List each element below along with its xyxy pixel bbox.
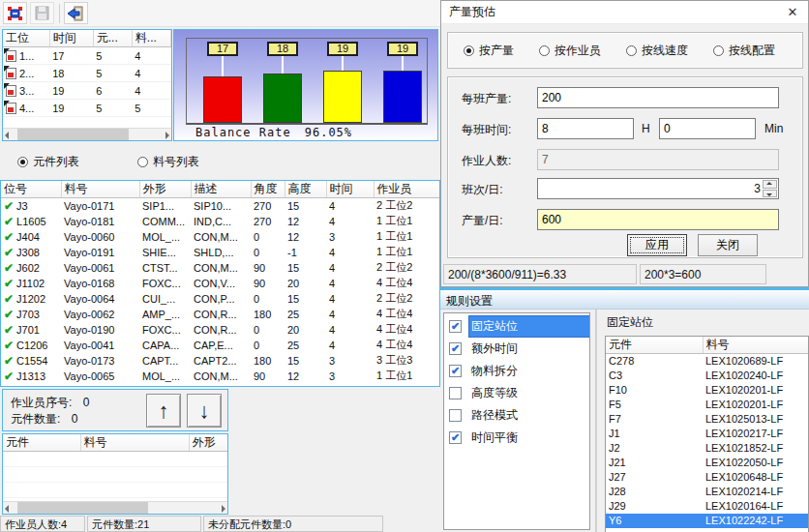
mode-radio-3[interactable]: 按线配置 xyxy=(713,43,775,59)
column-header[interactable]: 高度 xyxy=(285,181,326,198)
column-header[interactable]: 料号 xyxy=(61,181,139,198)
fixed-station-panel: 元件料号C278LEX1020689-LFC3LEX1020240-LFF10L… xyxy=(605,336,809,532)
rule-item-1[interactable]: ✔额外时间 xyxy=(444,338,589,360)
component-row[interactable]: ✔J404Vayo-0060MOL_...CON,M...01231 工位1 xyxy=(1,229,440,245)
radio-icon xyxy=(137,157,148,167)
hours-input[interactable] xyxy=(537,118,634,139)
checkbox-icon[interactable]: ✔ xyxy=(449,431,462,444)
move-down-button[interactable]: ↓ xyxy=(187,394,222,428)
column-header[interactable]: 描述 xyxy=(191,181,251,198)
component-row[interactable]: ✔J703Vayo-0062AMP_...CON,R...1802544 工位4 xyxy=(1,307,440,322)
component-row[interactable]: ✔J1202Vayo-0064CUI_...CON,P...01542 工位2 xyxy=(1,291,440,307)
component-row[interactable]: ✔J308Vayo-0191SHIE...SHLD,...0-141 工位1 xyxy=(1,245,440,260)
station-row[interactable]: 2...1854 xyxy=(3,65,171,82)
exit-button[interactable] xyxy=(64,2,88,24)
component-row[interactable]: ✔C1554Vayo-0173CAPT...CAPT2...1801533 工位… xyxy=(1,353,440,369)
column-header[interactable]: 元件 xyxy=(606,337,703,354)
station-row[interactable]: 4...1955 xyxy=(3,100,171,117)
column-header[interactable]: 外形 xyxy=(189,434,228,452)
chart-frame: 17181919 xyxy=(186,38,428,125)
scroll-right-icon[interactable] xyxy=(214,502,227,514)
radio-label: 料号列表 xyxy=(153,154,199,170)
spinner-down-icon[interactable] xyxy=(763,190,777,198)
scroll-left-icon[interactable] xyxy=(3,502,16,514)
line-balance-button[interactable] xyxy=(3,2,27,24)
column-header[interactable]: 作业员 xyxy=(374,181,440,198)
scroll-thumb[interactable] xyxy=(17,502,148,514)
checkbox-icon[interactable]: ✔ xyxy=(449,320,462,333)
arrow-up-icon: ↑ xyxy=(159,399,169,423)
column-header[interactable]: 料... xyxy=(132,30,170,47)
toolbar-separator xyxy=(59,4,60,23)
station-row[interactable]: 3...1964 xyxy=(3,82,171,100)
rule-item-3[interactable]: 高度等级 xyxy=(444,382,589,404)
assigned-check-icon: ✔ xyxy=(4,323,14,337)
station-table: 工位时间元...料...1...17542...18543...19644...… xyxy=(3,30,171,141)
component-row[interactable]: ✔C1206Vayo-0041CAPA...CAP,E...02544 工位4 xyxy=(1,338,440,353)
balance-rate-text: Balance Rate96.05% xyxy=(195,126,352,139)
mode-radio-1[interactable]: 按作业员 xyxy=(539,43,601,59)
fixed-station-row[interactable]: F5LEX1020201-LF xyxy=(606,398,808,412)
component-row[interactable]: ✔J1313Vayo-0065MOL_...CON,M...901231 工位1 xyxy=(1,369,440,384)
fixed-station-row[interactable]: C278LEX1020689-LF xyxy=(606,354,808,369)
assigned-check-icon: ✔ xyxy=(4,308,14,321)
checkbox-icon[interactable]: ✔ xyxy=(449,365,462,377)
assigned-hscrollbar[interactable] xyxy=(3,501,227,514)
daily-output-input[interactable] xyxy=(537,209,779,230)
shifts-spinner[interactable]: 3 xyxy=(537,178,779,199)
spinner-up-icon[interactable] xyxy=(763,180,777,189)
fixed-station-row[interactable]: J29LEX1020164-LF xyxy=(606,499,808,514)
column-header[interactable]: 元... xyxy=(93,30,132,47)
move-up-button[interactable]: ↑ xyxy=(146,394,181,428)
mode-radio-0[interactable]: 按产量 xyxy=(464,43,514,59)
column-header[interactable]: 位号 xyxy=(1,181,61,198)
column-header[interactable]: 角度 xyxy=(251,181,285,198)
fixed-station-row[interactable]: J21LEX1022050-LF xyxy=(606,456,808,470)
scroll-right-icon[interactable] xyxy=(158,129,171,140)
app-root: 工位时间元...料...1...17542...18543...19644...… xyxy=(0,0,809,532)
operator-seq-line: 作业员序号: 0 xyxy=(11,395,89,411)
per-shift-output-input[interactable] xyxy=(537,87,779,108)
component-row[interactable]: ✔J1102Vayo-0168FOXC...CON,V...902044 工位4 xyxy=(1,276,440,291)
station-hscrollbar[interactable] xyxy=(3,128,171,140)
fixed-station-row[interactable]: J27LEX1020648-LF xyxy=(606,470,808,485)
minutes-input[interactable] xyxy=(659,118,756,139)
fixed-station-row[interactable]: J28LEX1020214-LF xyxy=(606,485,808,499)
column-header[interactable]: 工位 xyxy=(3,30,49,47)
fixed-station-row[interactable]: J2LEX1021852-LF xyxy=(606,441,808,456)
rule-item-5[interactable]: ✔时间平衡 xyxy=(444,427,589,449)
fixed-station-row[interactable]: F7LEX1025013-LF xyxy=(606,412,808,427)
minutes-unit-label: Min xyxy=(764,122,783,135)
fixed-station-row[interactable]: C3LEX1020240-LF xyxy=(606,369,808,383)
close-button[interactable]: 关闭 xyxy=(698,234,758,256)
component-row[interactable]: ✔J602Vayo-0061CTST...CON,M...901542 工位2 xyxy=(1,260,440,276)
rule-item-4[interactable]: 路径模式 xyxy=(444,404,589,427)
station-row[interactable]: 1...1754 xyxy=(3,47,171,65)
fixed-station-row[interactable]: F10LEX1020201-LF xyxy=(606,383,808,398)
list-toggle-radio-1[interactable]: 料号列表 xyxy=(137,154,199,170)
checkbox-icon[interactable]: ✔ xyxy=(449,342,462,355)
component-row[interactable]: ✔L1605Vayo-0181COMM...IND,C...2701241 工位… xyxy=(1,214,440,229)
column-header[interactable]: 时间 xyxy=(49,30,93,47)
column-header[interactable]: 料号 xyxy=(703,337,808,354)
scroll-left-icon[interactable] xyxy=(3,129,16,140)
mode-radio-2[interactable]: 按线速度 xyxy=(626,43,688,59)
column-header[interactable]: 时间 xyxy=(326,181,374,198)
checkbox-icon[interactable] xyxy=(449,409,462,422)
fixed-station-row[interactable]: Y6LEX1022242-LF xyxy=(606,514,808,528)
assigned-check-icon: ✔ xyxy=(4,215,14,228)
component-row[interactable]: ✔J701Vayo-0190FOXC...CON,R...02044 工位4 xyxy=(1,322,440,338)
rule-item-2[interactable]: ✔物料拆分 xyxy=(444,360,589,382)
dialog-close-button[interactable]: ✕ xyxy=(777,1,808,24)
scroll-thumb[interactable] xyxy=(17,129,129,140)
checkbox-icon[interactable] xyxy=(449,387,462,399)
rule-item-0[interactable]: ✔固定站位 xyxy=(444,315,589,338)
save-button[interactable] xyxy=(30,2,54,24)
component-row[interactable]: ✔J3Vayo-0171SIP1...SIP10...2701542 工位2 xyxy=(1,198,440,214)
column-header[interactable]: 元件 xyxy=(3,434,80,452)
column-header[interactable]: 外形 xyxy=(139,181,191,198)
column-header[interactable]: 料号 xyxy=(80,434,189,452)
apply-button[interactable]: 应用 xyxy=(627,234,687,256)
fixed-station-row[interactable]: J1LEX1020217-LF xyxy=(606,427,808,441)
list-toggle-radio-0[interactable]: 元件列表 xyxy=(17,154,79,170)
